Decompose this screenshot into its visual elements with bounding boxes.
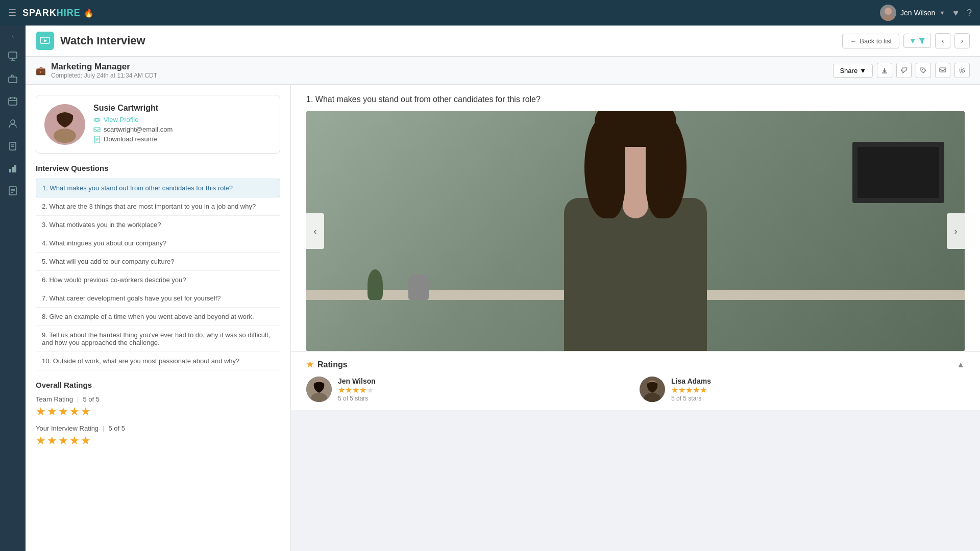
view-profile-text: View Profile — [104, 116, 138, 123]
ratings-star-icon: ★ — [306, 360, 313, 369]
video-prev-button[interactable]: ‹ — [306, 213, 324, 249]
reviewer-stars-lisa: ★★★★★ — [671, 385, 711, 395]
thumbsdown-button[interactable] — [896, 63, 912, 78]
help-icon[interactable]: ? — [967, 8, 972, 18]
page-icon — [36, 32, 54, 50]
your-rating-row: Your Interview Rating | 5 of 5 ★★★★★ — [36, 424, 280, 447]
team-rating-label: Team Rating | 5 of 5 — [36, 395, 280, 403]
top-navigation: ☰ SPARKHIRE 🔥 Jen Wilson ▼ ♥ ? — [0, 0, 980, 26]
ratings-panel-title: ★ Ratings — [306, 360, 348, 369]
chevron-down-icon: ▼ — [939, 10, 945, 16]
questions-title: Interview Questions — [36, 164, 280, 172]
question-item[interactable]: 6. How would previous co-workers describ… — [36, 271, 280, 289]
view-profile-link[interactable]: View Profile — [93, 116, 173, 123]
reviewer-card-lisa: Lisa Adams ★★★★★ 5 of 5 stars — [640, 377, 965, 402]
next-button[interactable]: › — [954, 33, 970, 48]
svg-rect-2 — [9, 52, 17, 58]
page-header-right: ← Back to list ▼ ‹ › — [842, 33, 970, 48]
your-rating-label: Your Interview Rating | 5 of 5 — [36, 424, 280, 432]
briefcase-icon: 💼 — [36, 66, 46, 76]
sidebar-toggle[interactable]: ‹ — [10, 30, 16, 42]
question-item[interactable]: 10. Outside of work, what are you most p… — [36, 352, 280, 370]
video-question-heading: 1. What makes you stand out from other c… — [306, 95, 965, 104]
content-area: Susie Cartwright View Profile scartwrigh… — [26, 85, 980, 551]
share-chevron-icon: ▼ — [860, 67, 866, 74]
settings-button[interactable] — [954, 63, 970, 78]
svg-rect-5 — [9, 77, 17, 83]
sub-header-right: Share ▼ — [833, 63, 970, 78]
question-item[interactable]: 1. What makes you stand out from other c… — [36, 179, 280, 197]
user-avatar — [880, 5, 896, 21]
question-item[interactable]: 2. What are the 3 things that are most i… — [36, 197, 280, 216]
funnel-icon — [918, 37, 925, 44]
overall-ratings-section: Overall Ratings Team Rating | 5 of 5 ★★★… — [36, 381, 280, 454]
message-button[interactable] — [935, 63, 950, 78]
sidebar-item-calendar[interactable] — [3, 91, 23, 111]
user-menu[interactable]: Jen Wilson ▼ — [880, 5, 945, 21]
svg-point-24 — [922, 69, 923, 70]
logo-spark: SPARKHIRE — [22, 8, 81, 18]
nav-right: Jen Wilson ▼ ♥ ? — [880, 5, 972, 21]
nav-left: ☰ SPARKHIRE 🔥 — [8, 7, 94, 18]
email-link[interactable]: scartwright@email.com — [93, 126, 173, 133]
filter-button[interactable]: ▼ — [903, 34, 931, 48]
reviewer-name-lisa: Lisa Adams — [671, 377, 711, 385]
email-text: scartwright@email.com — [104, 126, 173, 133]
reviewer-count-jen: 5 of 5 stars — [338, 395, 376, 402]
sidebar-item-notes[interactable] — [3, 181, 23, 201]
questions-section: Interview Questions 1. What makes you st… — [36, 164, 280, 370]
your-rating-stars: ★★★★★ — [36, 434, 280, 447]
sub-header-left: 💼 Marketing Manager Completed: July 24th… — [36, 62, 157, 79]
completed-text: Completed: July 24th at 11:34 AM CDT — [51, 72, 157, 79]
resume-link[interactable]: Download resume — [93, 135, 173, 143]
team-rating-stars: ★★★★★ — [36, 405, 280, 418]
your-rating-text: Your Interview Rating — [36, 424, 99, 432]
team-rating-score: 5 of 5 — [83, 395, 100, 403]
download-resume-icon — [93, 136, 101, 143]
page-title: Watch Interview — [60, 34, 145, 47]
logo-flame-icon: 🔥 — [84, 8, 94, 18]
download-resume-text: Download resume — [104, 135, 157, 143]
questions-list: 1. What makes you stand out from other c… — [36, 179, 280, 370]
tag-button[interactable] — [916, 63, 931, 78]
job-info: Marketing Manager Completed: July 24th a… — [51, 62, 157, 79]
sidebar-item-chart[interactable] — [3, 158, 23, 179]
svg-point-1 — [882, 15, 894, 21]
question-item[interactable]: 4. What intrigues you about our company? — [36, 234, 280, 253]
collapse-ratings-button[interactable]: ▲ — [957, 360, 965, 369]
sidebar-item-clipboard[interactable] — [3, 136, 23, 156]
user-name: Jen Wilson — [900, 9, 935, 17]
job-title: Marketing Manager — [51, 62, 157, 72]
svg-rect-33 — [94, 128, 100, 132]
heart-icon[interactable]: ♥ — [953, 8, 959, 18]
video-next-button[interactable]: › — [947, 213, 965, 249]
hamburger-menu[interactable]: ☰ — [8, 7, 16, 18]
right-panel: 1. What makes you stand out from other c… — [291, 85, 980, 551]
ratings-panel-header: ★ Ratings ▲ — [306, 360, 965, 369]
main-layout: Watch Interview ← Back to list ▼ ‹ › 💼 M… — [26, 26, 980, 551]
sidebar-item-briefcase[interactable] — [3, 68, 23, 89]
reviewer-name-jen: Jen Wilson — [338, 377, 376, 385]
left-panel: Susie Cartwright View Profile scartwrigh… — [26, 85, 291, 551]
svg-point-26 — [961, 69, 963, 71]
back-to-list-button[interactable]: ← Back to list — [842, 34, 899, 48]
share-button[interactable]: Share ▼ — [833, 64, 873, 78]
reviewers-grid: Jen Wilson ★★★★★ 5 of 5 stars Lisa Adams… — [306, 377, 965, 402]
question-item[interactable]: 3. What motivates you in the workplace? — [36, 216, 280, 234]
logo: SPARKHIRE 🔥 — [22, 8, 94, 18]
sidebar-item-person[interactable] — [3, 113, 23, 134]
sidebar-item-monitor[interactable] — [3, 46, 23, 66]
svg-rect-6 — [9, 98, 17, 105]
svg-point-27 — [960, 68, 965, 73]
ratings-panel: ★ Ratings ▲ Jen Wilson ★★★★★ 5 of 5 star… — [291, 351, 980, 410]
svg-rect-16 — [14, 165, 16, 172]
download-button[interactable] — [877, 63, 892, 78]
prev-button[interactable]: ‹ — [935, 33, 950, 48]
question-item[interactable]: 8. Give an example of a time when you we… — [36, 308, 280, 326]
question-item[interactable]: 7. What career development goals have yo… — [36, 289, 280, 308]
question-item[interactable]: 9. Tell us about the hardest thing you'v… — [36, 326, 280, 352]
team-rating-text: Team Rating — [36, 395, 73, 403]
reviewer-stars-jen: ★★★★★ — [338, 385, 376, 395]
question-item[interactable]: 5. What will you add to our company cult… — [36, 253, 280, 271]
logo-spark-text: SPARK — [22, 8, 57, 18]
